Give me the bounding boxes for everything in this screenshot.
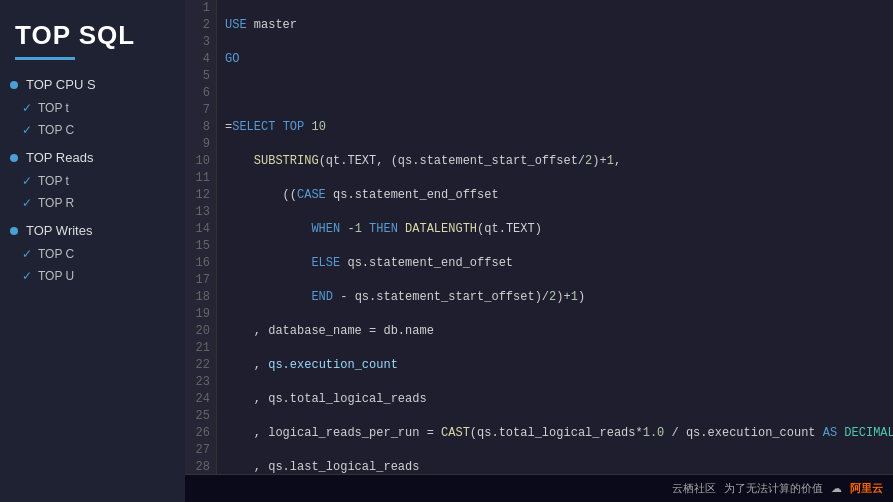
aliyun-logo: 云栖社区 为了无法计算的价值 ☁ 阿里云 — [672, 481, 883, 496]
line-numbers: 1 2 3 4 5 6 7 8 9 10 11 12 13 14 15 16 1… — [185, 0, 217, 474]
check-icon: ✓ — [22, 174, 32, 188]
sidebar-section-writes: TOP Writes ✓ TOP C ✓ TOP U — [0, 218, 185, 287]
sidebar-sub-cpu-1[interactable]: ✓ TOP t — [0, 97, 185, 119]
sidebar-section-cpu-header[interactable]: TOP CPU S — [0, 72, 185, 97]
section-writes-label: TOP Writes — [26, 223, 92, 238]
sidebar-sub-writes-1[interactable]: ✓ TOP C — [0, 243, 185, 265]
sidebar-sub-reads-1[interactable]: ✓ TOP t — [0, 170, 185, 192]
sub-writes-1-label: TOP C — [38, 247, 74, 261]
sidebar-sub-cpu-2[interactable]: ✓ TOP C — [0, 119, 185, 141]
section-reads-label: TOP Reads — [26, 150, 93, 165]
sidebar-section-writes-header[interactable]: TOP Writes — [0, 218, 185, 243]
sub-cpu-2-label: TOP C — [38, 123, 74, 137]
sidebar-sub-reads-2[interactable]: ✓ TOP R — [0, 192, 185, 214]
sidebar-divider — [15, 57, 75, 60]
code-lines: USE master GO =SELECT TOP 10 SUBSTRING(q… — [217, 0, 893, 474]
sub-reads-1-label: TOP t — [38, 174, 69, 188]
sidebar-section-cpu: TOP CPU S ✓ TOP t ✓ TOP C — [0, 72, 185, 141]
footer-middle-text: 为了无法计算的价值 — [724, 481, 823, 496]
bullet-icon — [10, 154, 18, 162]
code-content[interactable]: 1 2 3 4 5 6 7 8 9 10 11 12 13 14 15 16 1… — [185, 0, 893, 474]
footer-left-text: 云栖社区 — [672, 481, 716, 496]
sidebar-title: TOP SQL — [0, 10, 185, 57]
check-icon: ✓ — [22, 269, 32, 283]
check-icon: ✓ — [22, 101, 32, 115]
bullet-icon — [10, 81, 18, 89]
check-icon: ✓ — [22, 247, 32, 261]
sidebar-section-reads: TOP Reads ✓ TOP t ✓ TOP R — [0, 145, 185, 214]
cloud-icon: ☁ — [831, 482, 842, 495]
aliyun-brand-text: 阿里云 — [850, 481, 883, 496]
sidebar-section-reads-header[interactable]: TOP Reads — [0, 145, 185, 170]
sub-writes-2-label: TOP U — [38, 269, 74, 283]
bullet-icon — [10, 227, 18, 235]
bottom-bar: 云栖社区 为了无法计算的价值 ☁ 阿里云 — [185, 474, 893, 502]
sidebar-sub-writes-2[interactable]: ✓ TOP U — [0, 265, 185, 287]
code-area: 1 2 3 4 5 6 7 8 9 10 11 12 13 14 15 16 1… — [185, 0, 893, 502]
sub-reads-2-label: TOP R — [38, 196, 74, 210]
sidebar: TOP SQL TOP CPU S ✓ TOP t ✓ TOP C TOP Re… — [0, 0, 185, 502]
sub-cpu-1-label: TOP t — [38, 101, 69, 115]
check-icon: ✓ — [22, 123, 32, 137]
section-cpu-label: TOP CPU S — [26, 77, 96, 92]
check-icon: ✓ — [22, 196, 32, 210]
